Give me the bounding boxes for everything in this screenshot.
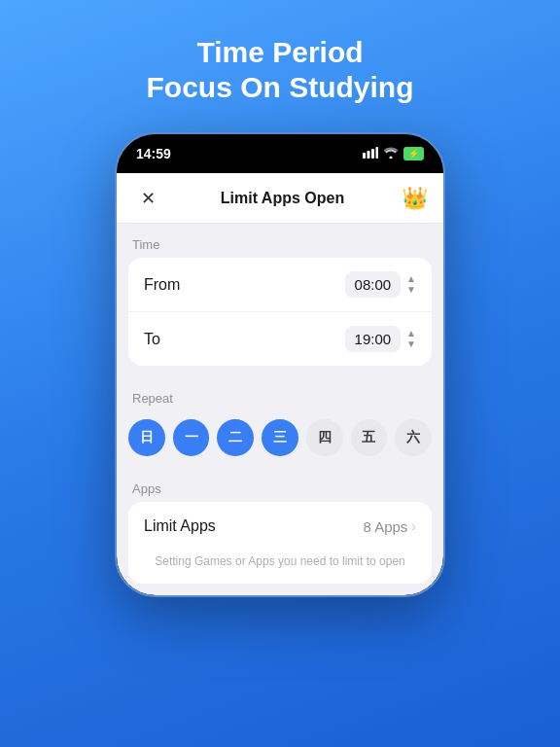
apps-count: 8 Apps bbox=[363, 518, 407, 535]
status-bar: 14:59 ⚡ bbox=[117, 134, 443, 173]
headline: Time Period Focus On Studying bbox=[108, 0, 453, 132]
svg-rect-1 bbox=[368, 151, 370, 159]
to-time[interactable]: 19:00 bbox=[345, 326, 402, 352]
from-label: From bbox=[144, 276, 180, 294]
signal-icon bbox=[363, 147, 378, 160]
day-circle-1[interactable]: 一 bbox=[173, 419, 210, 456]
to-label: To bbox=[144, 331, 160, 348]
day-circle-3[interactable]: 三 bbox=[262, 419, 298, 456]
time-card: From 08:00 ▲ ▼ To 19:00 ▲ ▼ bbox=[128, 258, 432, 366]
weekdays-row: 日一二三四五六 bbox=[117, 411, 443, 468]
from-stepper[interactable]: ▲ ▼ bbox=[406, 274, 416, 295]
day-circle-0[interactable]: 日 bbox=[128, 419, 165, 456]
to-up-arrow[interactable]: ▲ bbox=[406, 329, 416, 338]
to-down-arrow[interactable]: ▼ bbox=[406, 339, 416, 349]
status-icons: ⚡ bbox=[363, 147, 424, 160]
limit-apps-row[interactable]: Limit Apps 8 Apps › bbox=[128, 502, 432, 551]
close-button[interactable]: ✕ bbox=[132, 183, 163, 214]
time-section-label: Time bbox=[117, 224, 443, 258]
day-circle-2[interactable]: 二 bbox=[217, 419, 254, 456]
from-time[interactable]: 08:00 bbox=[345, 271, 402, 298]
headline-line1: Time Period bbox=[196, 36, 363, 68]
phone-mockup: 14:59 ⚡ ✕ bbox=[115, 132, 445, 597]
battery-icon: ⚡ bbox=[403, 147, 424, 160]
day-circle-4[interactable]: 四 bbox=[306, 419, 343, 456]
svg-rect-3 bbox=[376, 147, 379, 159]
to-value-container: 19:00 ▲ ▼ bbox=[345, 326, 416, 352]
premium-icon[interactable]: 👑 bbox=[402, 186, 428, 211]
apps-section-label: Apps bbox=[117, 468, 443, 502]
repeat-section-label: Repeat bbox=[117, 377, 443, 411]
nav-title: Limit Apps Open bbox=[221, 190, 344, 207]
from-row[interactable]: From 08:00 ▲ ▼ bbox=[128, 258, 432, 311]
from-up-arrow[interactable]: ▲ bbox=[406, 274, 416, 284]
apps-card[interactable]: Limit Apps 8 Apps › Setting Games or App… bbox=[128, 502, 432, 584]
headline-line2: Focus On Studying bbox=[147, 71, 414, 103]
status-time: 14:59 bbox=[136, 146, 171, 161]
app-content: ✕ Limit Apps Open 👑 Time From 08:00 ▲ ▼ bbox=[117, 173, 443, 595]
day-circle-5[interactable]: 五 bbox=[351, 419, 388, 456]
to-row[interactable]: To 19:00 ▲ ▼ bbox=[128, 311, 432, 366]
apps-hint: Setting Games or Apps you need to limit … bbox=[128, 551, 432, 584]
from-down-arrow[interactable]: ▼ bbox=[406, 285, 416, 295]
svg-rect-0 bbox=[363, 153, 366, 159]
apps-count-container: 8 Apps › bbox=[363, 518, 416, 535]
day-circle-6[interactable]: 六 bbox=[395, 419, 432, 456]
chevron-right-icon: › bbox=[411, 518, 416, 534]
limit-apps-label: Limit Apps bbox=[144, 517, 216, 535]
nav-bar: ✕ Limit Apps Open 👑 bbox=[117, 173, 443, 224]
wifi-icon bbox=[383, 147, 399, 160]
svg-rect-2 bbox=[371, 149, 374, 159]
to-stepper[interactable]: ▲ ▼ bbox=[406, 329, 416, 349]
from-value-container: 08:00 ▲ ▼ bbox=[345, 271, 416, 298]
